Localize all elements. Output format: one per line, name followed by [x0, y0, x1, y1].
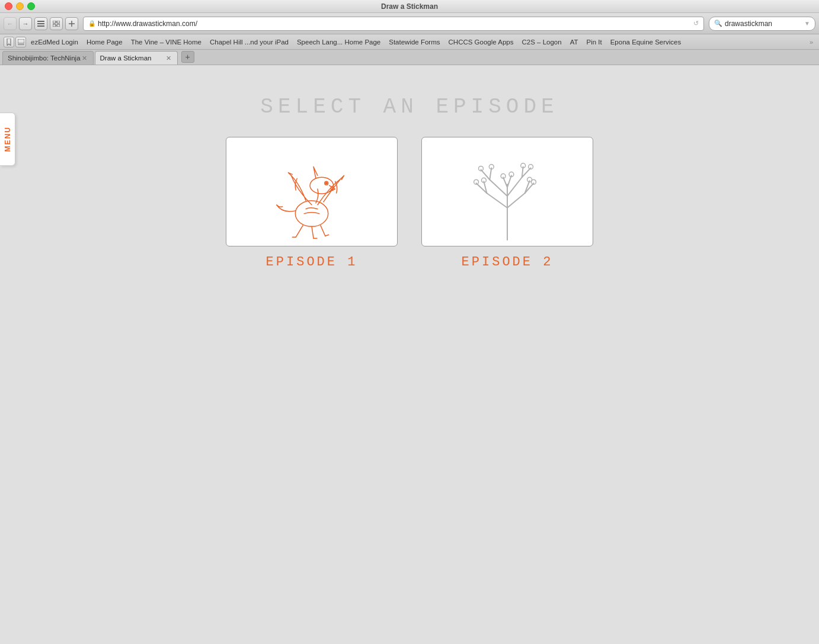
svg-rect-6 — [57, 24, 60, 27]
svg-line-25 — [507, 193, 525, 208]
episode-1-label: EPISODE 1 — [266, 255, 358, 270]
page-content: MENU SELECT AN EPISODE — [0, 65, 819, 644]
bookmark-speech[interactable]: Speech Lang... Home Page — [293, 37, 384, 47]
bookmark-pinit[interactable]: Pin It — [583, 37, 605, 47]
back-button[interactable]: ← — [4, 17, 17, 30]
close-button[interactable] — [5, 2, 12, 10]
bookmark-chccs[interactable]: CHCCS Google Apps — [445, 37, 517, 47]
svg-rect-1 — [37, 23, 44, 24]
svg-line-12 — [296, 225, 303, 237]
sidebar-toggle-button[interactable] — [34, 17, 47, 30]
url-text: http://www.drawastickman.com/ — [98, 20, 197, 28]
svg-line-33 — [490, 168, 491, 180]
episode-2-thumbnail[interactable] — [421, 137, 593, 246]
address-bar[interactable]: 🔒 http://www.drawastickman.com/ ↺ — [83, 17, 704, 31]
toolbar: ← → 🔒 http://www.drawastickman.com/ ↺ 🔍 … — [0, 13, 819, 34]
chevron-down-icon: ▼ — [804, 20, 810, 27]
episode-1-item[interactable]: EPISODE 1 — [226, 137, 398, 270]
tab-shinobijimbo[interactable]: Shinobijimbo: TechNinja ✕ — [2, 51, 94, 65]
search-bar[interactable]: 🔍 drawastickman ▼ — [709, 17, 815, 31]
bookmark-ezedmed[interactable]: ezEdMed Login — [27, 37, 82, 47]
svg-rect-2 — [37, 25, 44, 27]
svg-line-14 — [312, 226, 313, 238]
bookmark-vine[interactable]: The Vine – VINE Home — [127, 37, 205, 47]
episode-1-thumbnail[interactable] — [226, 137, 398, 246]
forward-button[interactable]: → — [19, 17, 32, 30]
episode-2-label: EPISODE 2 — [462, 255, 554, 270]
bookmark-c2s[interactable]: C2S – Logon — [518, 37, 565, 47]
tab-close-1[interactable]: ✕ — [81, 55, 88, 62]
bookmark-icon-1[interactable] — [4, 37, 14, 47]
title-bar: Draw a Stickman — [0, 0, 819, 13]
tabs-bar: Shinobijimbo: TechNinja ✕ Draw a Stickma… — [0, 50, 819, 65]
bookmark-at[interactable]: AT — [567, 37, 582, 47]
svg-rect-3 — [53, 21, 56, 23]
select-episode-heading: SELECT AN EPISODE — [0, 95, 819, 119]
bookmark-epona[interactable]: Epona Equine Services — [607, 37, 685, 47]
menu-tab[interactable]: MENU — [0, 113, 15, 166]
svg-rect-5 — [53, 24, 56, 27]
tab-label: Shinobijimbo: TechNinja — [8, 55, 81, 62]
reload-icon[interactable]: ↺ — [693, 20, 699, 27]
svg-point-20 — [325, 182, 327, 184]
bookmark-chapelhill[interactable]: Chapel Hill ...nd your iPad — [206, 37, 292, 47]
minimize-button[interactable] — [16, 2, 24, 10]
episode-2-item[interactable]: EPISODE 2 — [421, 137, 593, 270]
search-icon: 🔍 — [714, 20, 722, 27]
new-tab-icon-button[interactable]: + — [181, 51, 194, 63]
new-tab-button[interactable] — [65, 17, 78, 30]
tab-drawastickman[interactable]: Draw a Stickman ✕ — [95, 51, 178, 65]
tab-label-active: Draw a Stickman — [100, 55, 152, 62]
svg-rect-9 — [18, 39, 24, 43]
maximize-button[interactable] — [27, 2, 35, 10]
search-text: drawastickman — [725, 20, 772, 28]
svg-line-16 — [321, 225, 325, 236]
episodes-container: EPISODE 1 — [0, 137, 819, 270]
bookmarks-bar: ezEdMed Login Home Page The Vine – VINE … — [0, 34, 819, 50]
bookmark-icon-2[interactable] — [15, 37, 26, 47]
bookmark-homepage[interactable]: Home Page — [83, 37, 126, 47]
tab-overview-button[interactable] — [50, 17, 63, 30]
svg-line-24 — [487, 193, 507, 208]
bookmarks-overflow[interactable]: » — [807, 39, 815, 46]
svg-rect-4 — [57, 21, 60, 23]
bookmark-statewide[interactable]: Statewide Forms — [385, 37, 443, 47]
svg-line-37 — [507, 175, 511, 187]
tab-close-2[interactable]: ✕ — [165, 55, 172, 62]
lock-icon: 🔒 — [88, 20, 95, 27]
window-buttons — [5, 2, 35, 10]
svg-line-17 — [325, 235, 329, 236]
svg-rect-0 — [37, 21, 44, 22]
window-title: Draw a Stickman — [381, 2, 438, 11]
menu-tab-label: MENU — [4, 126, 12, 152]
